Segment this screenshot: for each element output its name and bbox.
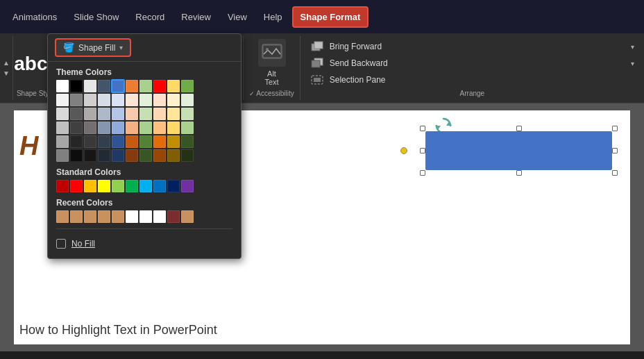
theme-color-0-8[interactable] <box>167 80 180 92</box>
menu-review[interactable]: Review <box>174 8 218 26</box>
theme-color-3-5[interactable] <box>126 122 138 134</box>
no-fill-row[interactable]: No Fill <box>48 235 241 253</box>
handle-mid-left[interactable] <box>420 148 425 153</box>
theme-color-4-2[interactable] <box>84 135 96 148</box>
theme-color-4-7[interactable] <box>153 135 166 148</box>
handle-top-mid[interactable] <box>516 126 522 131</box>
scroll-down-btn[interactable]: ▼ <box>1 68 11 78</box>
theme-color-3-3[interactable] <box>98 122 110 134</box>
recent-color-5[interactable] <box>126 210 138 223</box>
theme-color-5-6[interactable] <box>139 149 152 162</box>
theme-color-5-9[interactable] <box>181 149 194 162</box>
handle-bottom-right[interactable] <box>612 170 618 176</box>
theme-color-1-9[interactable] <box>181 94 194 106</box>
blue-rectangle[interactable] <box>425 131 612 170</box>
theme-color-3-8[interactable] <box>167 122 180 134</box>
theme-color-5-4[interactable] <box>112 149 124 162</box>
theme-color-4-9[interactable] <box>181 135 194 148</box>
menu-animations[interactable]: Animations <box>6 8 64 26</box>
theme-color-2-7[interactable] <box>153 108 166 120</box>
theme-color-0-3[interactable] <box>98 80 110 92</box>
standard-color-3[interactable] <box>98 180 110 192</box>
scroll-up-btn[interactable]: ▲ <box>1 58 11 68</box>
standard-color-2[interactable] <box>84 180 96 192</box>
recent-color-6[interactable] <box>139 210 152 223</box>
no-fill-checkbox[interactable] <box>56 239 66 249</box>
theme-color-3-7[interactable] <box>153 122 166 134</box>
bring-forward-button[interactable]: Bring Forward ▾ <box>306 39 638 54</box>
menu-view[interactable]: View <box>221 8 254 26</box>
theme-color-4-6[interactable] <box>139 135 152 148</box>
selection-pane-button[interactable]: Selection Pane <box>306 72 638 87</box>
recent-color-1[interactable] <box>70 210 83 223</box>
recent-color-8[interactable] <box>167 210 180 223</box>
theme-color-2-1[interactable] <box>70 108 83 120</box>
theme-color-2-5[interactable] <box>126 108 138 120</box>
shape-fill-dropdown-button[interactable]: 🪣 Shape Fill ▾ <box>55 38 131 57</box>
theme-color-0-5[interactable] <box>126 80 138 92</box>
handle-bottom-left[interactable] <box>420 170 425 176</box>
send-backward-dropdown[interactable]: ▾ <box>631 60 634 67</box>
shape-fill-arrow-icon[interactable]: ▾ <box>119 44 123 51</box>
recent-color-0[interactable] <box>56 210 69 223</box>
theme-color-1-1[interactable] <box>70 94 83 106</box>
theme-color-2-8[interactable] <box>167 108 180 120</box>
handle-top-right[interactable] <box>612 126 618 131</box>
theme-color-1-3[interactable] <box>98 94 110 106</box>
recent-color-3[interactable] <box>98 210 110 223</box>
theme-color-3-6[interactable] <box>139 122 152 134</box>
bring-forward-dropdown[interactable]: ▾ <box>631 43 634 51</box>
theme-color-5-5[interactable] <box>126 149 138 162</box>
handle-mid-right[interactable] <box>612 148 618 153</box>
theme-color-3-0[interactable] <box>56 122 69 134</box>
send-backward-button[interactable]: Send Backward ▾ <box>306 56 638 71</box>
theme-color-4-8[interactable] <box>167 135 180 148</box>
recent-color-9[interactable] <box>181 210 194 223</box>
theme-color-0-7[interactable] <box>153 80 166 92</box>
theme-color-0-4[interactable] <box>112 80 124 92</box>
theme-color-0-2[interactable] <box>84 80 96 92</box>
standard-color-6[interactable] <box>139 180 152 192</box>
theme-color-1-4[interactable] <box>112 94 124 106</box>
theme-color-4-4[interactable] <box>112 135 124 148</box>
blue-rect-wrapper[interactable] <box>420 126 618 176</box>
theme-color-5-7[interactable] <box>153 149 166 162</box>
handle-top-left[interactable] <box>420 126 425 131</box>
handle-yellow[interactable] <box>400 147 407 154</box>
standard-color-7[interactable] <box>153 180 166 192</box>
standard-color-4[interactable] <box>112 180 124 192</box>
theme-color-4-1[interactable] <box>70 135 83 148</box>
theme-color-2-2[interactable] <box>84 108 96 120</box>
theme-color-3-9[interactable] <box>181 122 194 134</box>
standard-color-5[interactable] <box>126 180 138 192</box>
theme-color-0-6[interactable] <box>139 80 152 92</box>
standard-color-9[interactable] <box>181 180 194 192</box>
theme-color-3-4[interactable] <box>112 122 124 134</box>
menu-help[interactable]: Help <box>257 8 289 26</box>
standard-color-1[interactable] <box>70 180 83 192</box>
theme-color-4-3[interactable] <box>98 135 110 148</box>
recent-color-7[interactable] <box>153 210 166 223</box>
theme-color-0-0[interactable] <box>56 80 69 92</box>
theme-color-2-9[interactable] <box>181 108 194 120</box>
standard-color-0[interactable] <box>56 180 69 192</box>
theme-color-0-9[interactable] <box>181 80 194 92</box>
handle-bottom-mid[interactable] <box>516 170 522 176</box>
recent-color-4[interactable] <box>112 210 124 223</box>
theme-color-1-5[interactable] <box>126 94 138 106</box>
theme-color-1-8[interactable] <box>167 94 180 106</box>
theme-color-4-0[interactable] <box>56 135 69 148</box>
theme-color-0-1[interactable] <box>70 80 83 92</box>
theme-color-3-2[interactable] <box>84 122 96 134</box>
theme-color-2-0[interactable] <box>56 108 69 120</box>
theme-color-1-2[interactable] <box>84 94 96 106</box>
theme-color-5-2[interactable] <box>84 149 96 162</box>
alt-text-button[interactable]: AltText <box>258 39 286 86</box>
theme-color-1-7[interactable] <box>153 94 166 106</box>
theme-color-1-6[interactable] <box>139 94 152 106</box>
theme-color-5-0[interactable] <box>56 149 69 162</box>
theme-color-2-3[interactable] <box>98 108 110 120</box>
standard-color-8[interactable] <box>167 180 180 192</box>
menu-record[interactable]: Record <box>128 8 171 26</box>
theme-color-4-5[interactable] <box>126 135 138 148</box>
